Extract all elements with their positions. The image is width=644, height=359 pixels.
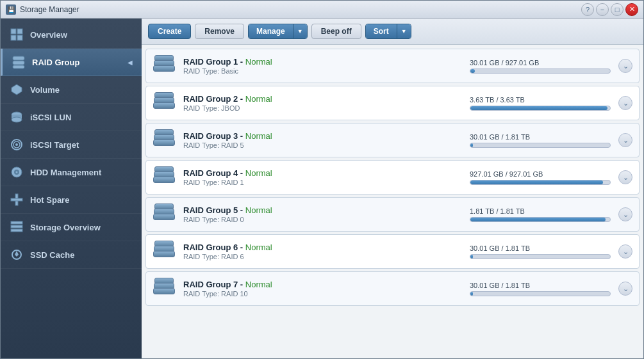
raid-group-item: RAID Group 3 - Normal RAID Type: RAID 5 … [145, 123, 640, 157]
raid-group-status: Normal [245, 205, 272, 215]
raid-group-info: RAID Group 3 - Normal RAID Type: RAID 5 [183, 131, 462, 149]
iscsi-lun-icon [10, 110, 24, 124]
manage-button-arrow[interactable]: ▼ [293, 24, 307, 38]
sidebar-item-label: HDD Management [30, 168, 101, 177]
toolbar: Create Remove Manage ▼ Beep off Sort ▼ [142, 19, 643, 45]
svg-rect-21 [11, 229, 22, 232]
sidebar-item-label: Overview [30, 30, 67, 40]
sort-button-main[interactable]: Sort [366, 24, 397, 38]
raid-group-item: RAID Group 1 - Normal RAID Type: Basic 3… [145, 49, 640, 83]
volume-icon [10, 83, 24, 97]
close-button[interactable]: ✕ [625, 3, 638, 16]
sidebar-item-storage-overview[interactable]: Storage Overview [1, 214, 142, 241]
sidebar-item-hdd-management[interactable]: HDD Management [1, 159, 142, 186]
overview-icon [10, 28, 24, 42]
maximize-button[interactable]: □ [611, 3, 623, 16]
storage-progress-fill [470, 218, 606, 221]
storage-progress-bg [470, 106, 611, 111]
sidebar: Overview RAID Group Volume [1, 19, 142, 358]
raid-group-type: RAID Type: JBOD [183, 104, 462, 112]
raid-group-type: RAID Type: RAID 0 [183, 216, 462, 223]
window-title: Storage Manager [20, 5, 581, 14]
beep-off-button[interactable]: Beep off [311, 24, 361, 39]
sidebar-item-label: Hot Spare [30, 195, 69, 205]
svg-point-10 [12, 117, 22, 122]
raid-group-type: RAID Type: RAID 6 [183, 253, 462, 260]
svg-rect-5 [13, 61, 24, 65]
raid-group-status: Normal [245, 280, 272, 289]
storage-manager-window: 💾 Storage Manager ? − □ ✕ Overview [0, 0, 644, 359]
svg-rect-1 [17, 29, 22, 34]
storage-progress-fill [470, 255, 473, 259]
minimize-button[interactable]: − [596, 3, 609, 16]
storage-progress-bg [470, 68, 611, 74]
sidebar-item-iscsi-target[interactable]: iSCSI Target [1, 131, 142, 159]
remove-button[interactable]: Remove [195, 24, 244, 39]
main-panel: Create Remove Manage ▼ Beep off Sort ▼ [142, 19, 643, 358]
raid-group-info: RAID Group 4 - Normal RAID Type: RAID 1 [183, 168, 462, 186]
raid-group-name: RAID Group 7 - Normal [183, 280, 462, 289]
raid-group-icon [12, 55, 26, 69]
raid-group-info: RAID Group 1 - Normal RAID Type: Basic [183, 57, 462, 75]
svg-rect-6 [13, 65, 24, 68]
svg-rect-2 [11, 35, 16, 40]
raid-group-storage: 30.01 GB / 1.81 TB [470, 282, 611, 296]
sort-split-button[interactable]: Sort ▼ [365, 24, 411, 39]
svg-point-16 [16, 172, 18, 173]
expand-button[interactable]: ⌄ [618, 244, 632, 259]
manage-split-button[interactable]: Manage ▼ [248, 24, 308, 39]
raid-group-status: Normal [245, 168, 272, 178]
storage-usage-text: 30.01 GB / 1.81 TB [470, 133, 611, 141]
storage-progress-bg [470, 217, 611, 222]
sidebar-item-ssd-cache[interactable]: SSD Cache [1, 241, 142, 269]
storage-usage-text: 30.01 GB / 927.01 GB [470, 59, 611, 67]
raid-group-name: RAID Group 4 - Normal [183, 168, 462, 178]
expand-button[interactable]: ⌄ [618, 96, 632, 110]
storage-progress-bg [470, 180, 611, 185]
titlebar-controls: ? − □ ✕ [581, 3, 638, 16]
create-button[interactable]: Create [148, 24, 191, 39]
raid-group-disk-icon [153, 166, 176, 189]
sort-button-arrow[interactable]: ▼ [397, 24, 411, 38]
raid-group-disk-icon [153, 240, 176, 263]
storage-usage-text: 927.01 GB / 927.01 GB [470, 170, 611, 178]
expand-button[interactable]: ⌄ [618, 282, 632, 296]
sidebar-item-overview[interactable]: Overview [1, 21, 142, 49]
manage-button-main[interactable]: Manage [249, 24, 293, 38]
raid-group-info: RAID Group 7 - Normal RAID Type: RAID 10 [183, 280, 462, 298]
main-content: Overview RAID Group Volume [1, 19, 643, 358]
raid-group-status: Normal [245, 94, 272, 104]
raid-group-storage: 30.01 GB / 1.81 TB [470, 244, 611, 259]
svg-rect-18 [11, 198, 22, 201]
expand-button[interactable]: ⌄ [618, 59, 632, 73]
sidebar-item-volume[interactable]: Volume [1, 76, 142, 104]
svg-rect-0 [11, 29, 16, 34]
raid-group-item: RAID Group 2 - Normal RAID Type: JBOD 3.… [145, 86, 640, 120]
expand-button[interactable]: ⌄ [618, 170, 632, 184]
raid-group-status: Normal [245, 57, 272, 67]
storage-progress-bg [470, 291, 611, 296]
sidebar-item-iscsi-lun[interactable]: iSCSI LUN [1, 104, 142, 131]
expand-button[interactable]: ⌄ [618, 207, 632, 221]
raid-group-item: RAID Group 6 - Normal RAID Type: RAID 6 … [145, 234, 640, 269]
storage-progress-bg [470, 143, 611, 148]
raid-group-status: Normal [245, 243, 272, 252]
sidebar-item-label: Volume [30, 85, 60, 95]
storage-usage-text: 3.63 TB / 3.63 TB [470, 96, 611, 104]
hot-spare-icon [10, 193, 24, 207]
sidebar-item-hot-spare[interactable]: Hot Spare [1, 186, 142, 214]
sidebar-item-raid-group[interactable]: RAID Group [1, 49, 142, 76]
hdd-management-icon [10, 165, 24, 179]
raid-group-name: RAID Group 1 - Normal [183, 57, 462, 67]
raid-group-type: RAID Type: RAID 10 [183, 290, 462, 298]
raid-group-disk-icon [153, 54, 176, 77]
raid-group-name: RAID Group 5 - Normal [183, 205, 462, 215]
raid-group-type: RAID Type: Basic [183, 67, 462, 75]
help-button[interactable]: ? [581, 3, 594, 16]
storage-usage-text: 30.01 GB / 1.81 TB [470, 282, 611, 289]
raid-group-name: RAID Group 2 - Normal [183, 94, 462, 104]
raid-group-storage: 30.01 GB / 1.81 TB [470, 133, 611, 148]
raid-group-info: RAID Group 5 - Normal RAID Type: RAID 0 [183, 205, 462, 223]
expand-button[interactable]: ⌄ [618, 133, 632, 147]
svg-rect-19 [11, 221, 22, 224]
